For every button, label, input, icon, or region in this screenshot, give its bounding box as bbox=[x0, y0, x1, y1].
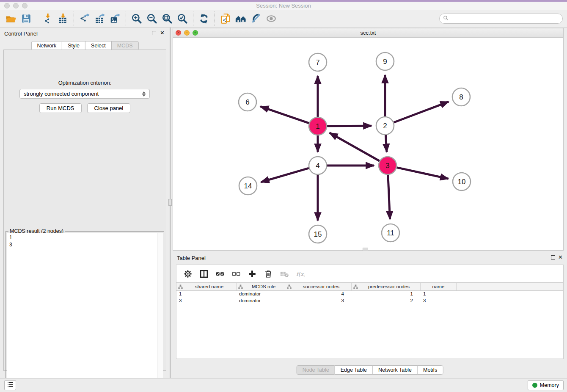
graph-edge-3-10[interactable] bbox=[396, 168, 448, 179]
splitter-grip[interactable] bbox=[168, 199, 172, 206]
zoom-in-button[interactable] bbox=[129, 11, 144, 26]
task-list-icon bbox=[7, 381, 14, 390]
export-image-button[interactable] bbox=[107, 11, 123, 26]
homes-icon bbox=[235, 13, 246, 24]
network-canvas[interactable]: 1234678910111415 bbox=[173, 38, 563, 250]
graphics-details-button[interactable] bbox=[264, 11, 279, 26]
export-network-icon bbox=[79, 13, 90, 24]
graph-edge-1-6[interactable] bbox=[260, 106, 309, 123]
float-panel-icon[interactable] bbox=[152, 31, 156, 35]
import-table-button[interactable] bbox=[55, 11, 71, 26]
toolbar-separator bbox=[215, 11, 215, 26]
apply-style-button[interactable] bbox=[248, 11, 264, 26]
tree-icon bbox=[178, 284, 183, 289]
table-row[interactable]: 3dominator323 bbox=[176, 298, 563, 304]
mcds-tab-content: Optimization criterion: strongly connect… bbox=[3, 50, 166, 371]
export-image-icon bbox=[110, 13, 121, 24]
select-all-button[interactable] bbox=[213, 267, 227, 281]
tab-style[interactable]: Style bbox=[62, 41, 85, 50]
table-toolbar: f(x) bbox=[176, 265, 564, 283]
graph-node-label: 15 bbox=[314, 230, 322, 238]
table-cell[interactable]: 2 bbox=[352, 298, 421, 304]
zoom-fit-button[interactable] bbox=[160, 11, 175, 26]
delete-column-button[interactable] bbox=[261, 267, 275, 281]
table-row[interactable]: 1dominator411 bbox=[176, 291, 563, 298]
plus-icon bbox=[248, 269, 257, 279]
network-window-titlebar[interactable]: ✕ − + scc.txt bbox=[173, 28, 563, 38]
graph-edge-2-3[interactable] bbox=[385, 135, 387, 152]
deselect-all-button[interactable] bbox=[229, 267, 243, 281]
tab-node-table[interactable]: Node Table bbox=[297, 365, 335, 375]
function-builder-button[interactable]: f(x) bbox=[293, 267, 308, 281]
graph-edge-2-8[interactable] bbox=[394, 102, 449, 122]
control-panel-title: Control Panel bbox=[4, 30, 38, 37]
column-header-shared-name[interactable]: shared name bbox=[176, 283, 237, 290]
table-float-icon[interactable] bbox=[551, 255, 555, 259]
tab-edge-table[interactable]: Edge Table bbox=[335, 365, 373, 375]
zoom-out-icon bbox=[146, 13, 157, 24]
panel-splitter[interactable] bbox=[170, 28, 171, 378]
table-cell[interactable]: 1 bbox=[352, 291, 421, 298]
tree-icon bbox=[287, 284, 292, 289]
memory-button[interactable]: Memory bbox=[528, 380, 564, 390]
close-panel-button[interactable]: Close panel bbox=[87, 103, 131, 113]
tree-icon bbox=[238, 284, 243, 289]
add-column-button[interactable] bbox=[245, 267, 259, 281]
optimization-criterion-label: Optimization criterion: bbox=[4, 80, 166, 86]
graph-edge-4-14[interactable] bbox=[261, 168, 309, 182]
graph-edge-3-11[interactable] bbox=[388, 175, 390, 219]
table-cell[interactable]: dominator bbox=[237, 291, 285, 298]
zoom-selected-button[interactable] bbox=[175, 11, 190, 26]
tab-motifs[interactable]: Motifs bbox=[417, 365, 443, 375]
export-table-button[interactable] bbox=[92, 11, 107, 26]
mcds-result-scrollbar[interactable] bbox=[157, 233, 163, 387]
gear-icon bbox=[183, 269, 193, 279]
apply-layout-button[interactable] bbox=[196, 11, 212, 26]
graph-edge-1-2[interactable] bbox=[327, 126, 372, 126]
first-neighbors-button[interactable] bbox=[233, 11, 248, 26]
table-panel-title: Table Panel bbox=[177, 255, 206, 261]
optimization-criterion-select[interactable]: strongly connected component bbox=[19, 89, 150, 99]
tab-mcds[interactable]: MCDS bbox=[111, 41, 139, 50]
graph-node-label: 7 bbox=[316, 58, 319, 66]
table-cell[interactable]: 3 bbox=[421, 298, 457, 304]
tab-network-table[interactable]: Network Table bbox=[372, 365, 418, 375]
open-icon bbox=[6, 13, 17, 24]
main-titlebar[interactable]: Session: New Session bbox=[0, 2, 567, 10]
column-header-predecessor-nodes[interactable]: predecessor nodes bbox=[352, 283, 421, 290]
close-panel-icon[interactable]: ✕ bbox=[160, 30, 165, 36]
zoom-out-button[interactable] bbox=[144, 11, 160, 26]
search-field[interactable] bbox=[439, 14, 563, 24]
tab-network[interactable]: Network bbox=[31, 41, 62, 50]
export-network-button[interactable] bbox=[77, 11, 92, 26]
import-network-button[interactable] bbox=[40, 11, 55, 26]
run-mcds-button[interactable]: Run MCDS bbox=[39, 103, 82, 113]
control-panel-tabs: NetworkStyleSelectMCDS bbox=[31, 41, 138, 50]
mcds-result-text[interactable]: 1 3 bbox=[7, 233, 157, 387]
zoom-in-icon bbox=[131, 13, 142, 24]
show-column-button[interactable] bbox=[197, 267, 211, 281]
table-cell[interactable]: 3 bbox=[285, 298, 352, 304]
duplicate-network-button[interactable] bbox=[218, 11, 233, 26]
show-task-history-button[interactable] bbox=[4, 380, 16, 390]
table-cell[interactable]: dominator bbox=[237, 298, 285, 304]
column-header-name[interactable]: name bbox=[421, 283, 457, 290]
table-cell[interactable]: 4 bbox=[285, 291, 352, 298]
table-close-icon[interactable]: ✕ bbox=[558, 254, 563, 260]
eye-icon bbox=[266, 13, 277, 24]
table-cell[interactable]: 3 bbox=[176, 298, 237, 304]
tab-select[interactable]: Select bbox=[85, 41, 112, 50]
search-input[interactable] bbox=[451, 16, 559, 22]
column-header-MCDS-role[interactable]: MCDS role bbox=[237, 283, 285, 290]
table-cell[interactable]: 1 bbox=[176, 291, 237, 298]
trash-icon bbox=[264, 269, 273, 279]
horizontal-splitter-grip[interactable] bbox=[363, 248, 368, 251]
open-session-button[interactable] bbox=[3, 11, 19, 26]
graph-edge-3-1[interactable] bbox=[330, 133, 380, 161]
column-header-successor-nodes[interactable]: successor nodes bbox=[285, 283, 352, 290]
table-cell[interactable]: 1 bbox=[421, 291, 457, 298]
save-session-button[interactable] bbox=[19, 11, 34, 26]
table-settings-button[interactable] bbox=[181, 267, 195, 281]
delete-table-button[interactable] bbox=[277, 267, 292, 281]
import-network-icon bbox=[42, 13, 53, 24]
